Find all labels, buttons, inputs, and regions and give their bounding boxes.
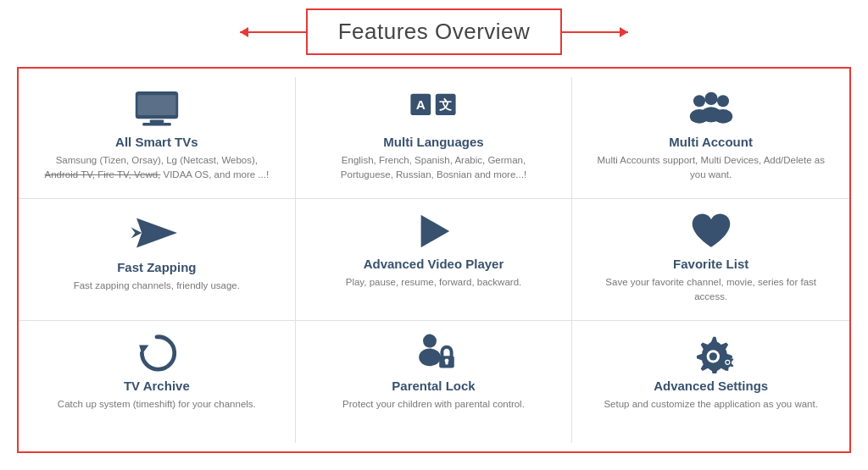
- feature-title-tv-archive: TV Archive: [124, 379, 190, 393]
- feature-desc-fast-zapping: Fast zapping channels, friendly usage.: [74, 279, 240, 293]
- arrow-left-icon: [240, 31, 308, 33]
- svg-rect-2: [142, 123, 171, 126]
- feature-title-advanced-video-player: Advanced Video Player: [364, 257, 504, 271]
- svg-rect-27: [446, 362, 448, 365]
- svg-point-13: [701, 107, 721, 122]
- feature-desc-all-smart-tvs: Samsung (Tizen, Orsay), Lg (Netcast, Web…: [39, 153, 275, 181]
- svg-rect-3: [137, 95, 175, 115]
- feature-desc-multi-account: Multi Accounts support, Multi Devices, A…: [593, 153, 829, 181]
- svg-point-31: [726, 361, 729, 364]
- svg-rect-1: [149, 120, 164, 124]
- lock-person-icon: [409, 333, 457, 373]
- svg-point-29: [709, 352, 716, 360]
- title-box: Features Overview: [306, 8, 563, 55]
- feature-fast-zapping: Fast Zapping Fast zapping channels, frie…: [19, 199, 296, 321]
- plane-icon: [130, 211, 184, 255]
- feature-desc-advanced-video-player: Play, pause, resume, forward, backward.: [346, 275, 522, 290]
- svg-point-22: [155, 351, 159, 355]
- feature-parental-lock: Parental Lock Protect your children with…: [296, 321, 573, 443]
- feature-title-multi-account: Multi Account: [669, 135, 753, 149]
- translate-icon: A 文: [409, 89, 457, 130]
- feature-desc-advanced-settings: Setup and customize the application as y…: [604, 397, 818, 412]
- heart-icon: [687, 211, 735, 252]
- feature-all-smart-tvs: All Smart TVs Samsung (Tizen, Orsay), Lg…: [19, 77, 296, 199]
- svg-point-8: [693, 95, 705, 107]
- svg-point-24: [420, 348, 442, 366]
- feature-title-parental-lock: Parental Lock: [392, 379, 475, 393]
- feature-desc-tv-archive: Catch up system (timeshift) for your cha…: [58, 397, 256, 412]
- history-icon: [133, 333, 181, 373]
- svg-text:A: A: [416, 97, 426, 112]
- play-icon: [409, 211, 457, 252]
- svg-point-10: [717, 95, 729, 107]
- group-icon: [687, 89, 735, 130]
- feature-desc-parental-lock: Protect your children with parental cont…: [342, 397, 525, 412]
- feature-favorite-list: Favorite List Save your favorite channel…: [572, 199, 849, 321]
- feature-desc-multi-languages: English, French, Spanish, Arabic, German…: [316, 153, 552, 181]
- feature-title-advanced-settings: Advanced Settings: [654, 379, 768, 393]
- feature-title-fast-zapping: Fast Zapping: [117, 260, 196, 274]
- feature-desc-favorite-list: Save your favorite channel, movie, serie…: [593, 275, 829, 303]
- svg-point-12: [704, 92, 717, 105]
- svg-point-23: [423, 335, 437, 348]
- feature-title-all-smart-tvs: All Smart TVs: [115, 135, 198, 149]
- arrow-right-icon: [560, 31, 628, 33]
- svg-marker-15: [131, 228, 142, 239]
- tv-icon: [133, 89, 181, 130]
- features-grid: All Smart TVs Samsung (Tizen, Orsay), Lg…: [17, 67, 851, 453]
- feature-multi-languages: A 文 Multi Languages English, French, Spa…: [296, 77, 573, 199]
- page-title: Features Overview: [338, 19, 531, 45]
- feature-tv-archive: TV Archive Catch up system (timeshift) f…: [19, 321, 296, 443]
- feature-title-favorite-list: Favorite List: [673, 257, 748, 271]
- feature-advanced-settings: Advanced Settings Setup and customize th…: [572, 321, 849, 443]
- header-area: Features Overview: [17, 8, 851, 55]
- svg-marker-18: [421, 215, 450, 247]
- feature-title-multi-languages: Multi Languages: [383, 135, 483, 149]
- settings-icon: [687, 333, 735, 373]
- feature-advanced-video-player: Advanced Video Player Play, pause, resum…: [296, 199, 573, 321]
- feature-multi-account: Multi Account Multi Accounts support, Mu…: [572, 77, 849, 199]
- svg-marker-14: [136, 218, 177, 247]
- svg-text:文: 文: [440, 97, 453, 112]
